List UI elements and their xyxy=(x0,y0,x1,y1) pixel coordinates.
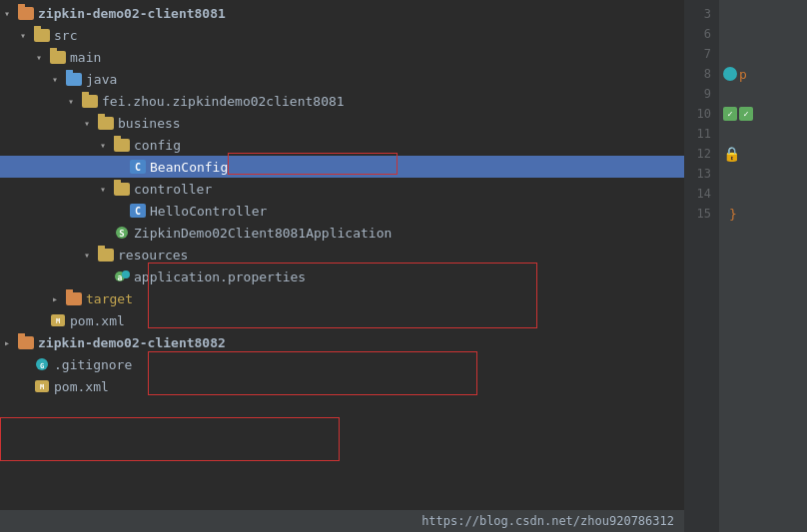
icon-target xyxy=(66,292,82,305)
label-java: java xyxy=(86,72,117,87)
arrow-hellocontroller xyxy=(116,206,130,217)
icon-main xyxy=(50,51,66,64)
arrow-target: ▸ xyxy=(52,293,66,304)
tree-item-gitignore[interactable]: G.gitignore xyxy=(0,353,684,375)
label-main: main xyxy=(70,50,101,65)
icon-beanconfig: C xyxy=(130,160,146,174)
tree-item-zipkin-client8081[interactable]: ▾zipkin-demo02-client8081 xyxy=(0,2,684,24)
tree-item-beanconfig[interactable]: CBeanConfig xyxy=(0,156,684,178)
p-letter: p xyxy=(739,67,747,82)
tree-item-package[interactable]: ▾fei.zhou.zipkindemo02client8081 xyxy=(0,90,684,112)
tree-item-pomxml1[interactable]: Mpom.xml xyxy=(0,309,684,331)
icon-src xyxy=(34,29,50,42)
icon-zipkin-client8081 xyxy=(18,7,34,20)
arrow-gitignore xyxy=(20,359,34,370)
tree-item-zipkin-client8082[interactable]: ▸zipkin-demo02-client8082 xyxy=(0,331,684,353)
arrow-appprop xyxy=(100,271,114,282)
icon-gitignore: G xyxy=(34,357,50,371)
arrow-main: ▾ xyxy=(36,52,50,63)
label-beanconfig: BeanConfig xyxy=(150,160,228,175)
icon-zipkin-client8082 xyxy=(18,336,34,349)
arrow-business: ▾ xyxy=(84,118,98,129)
label-controller: controller xyxy=(134,182,212,197)
status-bar: https://blog.csdn.net/zhou920786312 xyxy=(0,510,684,532)
arrow-zipkin-client8082: ▸ xyxy=(4,337,18,348)
tree-item-controller[interactable]: ▾controller xyxy=(0,178,684,200)
label-business: business xyxy=(118,116,181,131)
icon-row-8: p xyxy=(723,64,803,84)
icon-pomxml2: M xyxy=(34,379,50,393)
icon-row-12: 🔒 xyxy=(723,144,803,164)
label-pomxml2: pom.xml xyxy=(54,379,109,394)
tree-item-resources[interactable]: ▾resources xyxy=(0,244,684,266)
arrow-beanconfig xyxy=(116,162,130,173)
tree-item-java[interactable]: ▾java xyxy=(0,68,684,90)
arrow-resources: ▾ xyxy=(84,250,98,261)
label-zipkin-client8081: zipkin-demo02-client8081 xyxy=(38,6,226,21)
client8082-highlight xyxy=(0,417,340,461)
label-pomxml1: pom.xml xyxy=(70,313,125,328)
tree-item-main[interactable]: ▾main xyxy=(0,46,684,68)
file-tree-panel: ▾zipkin-demo02-client8081▾src▾main▾java▾… xyxy=(0,0,684,532)
icon-package xyxy=(82,95,98,108)
arrow-pomxml2 xyxy=(20,381,34,392)
tree-item-business[interactable]: ▾business xyxy=(0,112,684,134)
icon-appprop: a xyxy=(114,269,130,283)
line-numbers: 3 6 7 8 9 10 11 12 13 14 15 xyxy=(684,0,719,532)
arrow-config: ▾ xyxy=(100,140,114,151)
tree-item-target[interactable]: ▸target xyxy=(0,287,684,309)
icon-business xyxy=(98,117,114,130)
label-gitignore: .gitignore xyxy=(54,357,132,372)
svg-text:a: a xyxy=(118,273,123,282)
tree-item-zipkinapp[interactable]: SZipkinDemo02Client8081Application xyxy=(0,222,684,244)
icon-pomxml1: M xyxy=(50,313,66,327)
shield-icon: 🔒 xyxy=(723,146,740,162)
right-icons-panel: p ✓ ✓ 🔒 } xyxy=(719,0,807,532)
right-gutter: 3 6 7 8 9 10 11 12 13 14 15 p ✓ ✓ xyxy=(684,0,807,532)
icon-resources xyxy=(98,249,114,262)
icon-java xyxy=(66,73,82,86)
svg-text:S: S xyxy=(119,229,124,239)
icon-config xyxy=(114,139,130,152)
tree-item-hellocontroller[interactable]: CHelloController xyxy=(0,200,684,222)
icon-zipkinapp: S xyxy=(114,226,130,240)
tree-item-config[interactable]: ▾config xyxy=(0,134,684,156)
icon-controller xyxy=(114,183,130,196)
tree-item-pomxml2[interactable]: Mpom.xml xyxy=(0,375,684,397)
label-appprop: application.properties xyxy=(134,269,306,284)
closing-brace: } xyxy=(723,205,743,224)
label-hellocontroller: HelloController xyxy=(150,204,267,219)
arrow-package: ▾ xyxy=(68,96,82,107)
label-config: config xyxy=(134,138,181,153)
arrow-zipkinapp xyxy=(100,228,114,239)
arrow-java: ▾ xyxy=(52,74,66,85)
tree-item-src[interactable]: ▾src xyxy=(0,24,684,46)
svg-text:M: M xyxy=(40,383,44,391)
label-target: target xyxy=(86,291,133,306)
arrow-src: ▾ xyxy=(20,30,34,41)
arrow-controller: ▾ xyxy=(100,184,114,195)
icon-hellocontroller: C xyxy=(130,204,146,218)
svg-text:G: G xyxy=(40,362,44,370)
teal-badge xyxy=(723,67,737,81)
label-src: src xyxy=(54,28,77,43)
label-resources: resources xyxy=(118,248,188,263)
tree-item-appprop[interactable]: aapplication.properties xyxy=(0,266,684,287)
label-zipkinapp: ZipkinDemo02Client8081Application xyxy=(134,226,392,241)
label-zipkin-client8082: zipkin-demo02-client8082 xyxy=(38,335,226,350)
arrow-pomxml1 xyxy=(36,315,50,326)
status-url: https://blog.csdn.net/zhou920786312 xyxy=(421,514,674,528)
green-check-icon: ✓ xyxy=(723,107,737,121)
svg-point-4 xyxy=(122,270,130,278)
arrow-zipkin-client8081: ▾ xyxy=(4,8,18,19)
icon-row-10: ✓ ✓ xyxy=(723,104,803,124)
icon-row-15: } xyxy=(723,204,803,224)
svg-text:M: M xyxy=(56,317,60,325)
label-package: fei.zhou.zipkindemo02client8081 xyxy=(102,94,345,109)
green-check2-icon: ✓ xyxy=(739,107,753,121)
